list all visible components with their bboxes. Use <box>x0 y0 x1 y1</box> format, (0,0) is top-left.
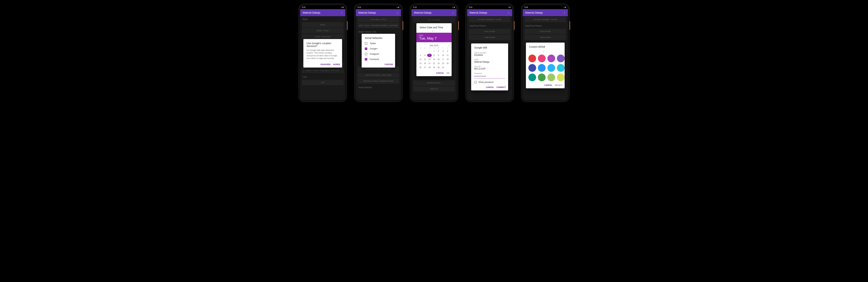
dow-label: T <box>436 47 441 49</box>
calendar-day[interactable]: 31 <box>441 66 445 69</box>
calendar-day[interactable]: 4 <box>445 49 450 53</box>
color-swatch[interactable] <box>547 74 555 81</box>
phone-frame-4: 6:33 ▾ ▮ Material Dialogs ⋮ FOLDER CHOOS… <box>465 3 514 102</box>
show-password-label: Show password <box>478 81 494 83</box>
checkbox-icon[interactable] <box>365 42 367 45</box>
color-swatch[interactable] <box>557 55 565 62</box>
calendar-day[interactable]: 15 <box>432 58 436 61</box>
dialog-title: Select Date and Time <box>416 23 452 30</box>
calendar-day[interactable]: 17 <box>441 58 445 61</box>
calendar-day[interactable]: 9 <box>436 54 441 57</box>
color-swatch[interactable] <box>528 55 536 62</box>
overflow-icon[interactable]: ⋮ <box>563 11 565 14</box>
phone-frame-3: 6:33 ▾ ▮ Material Dialogs ⋮ FILE CHOOSER… <box>410 3 458 102</box>
prev-month-icon[interactable]: ‹ <box>419 44 420 46</box>
ok-button[interactable]: OK <box>447 72 450 74</box>
list-item-label: Instagram <box>370 53 379 55</box>
calendar-day[interactable]: 6 <box>423 54 427 57</box>
calendar-day[interactable]: 27 <box>423 66 427 69</box>
color-swatch[interactable] <box>538 64 546 72</box>
calendar-day[interactable]: 23 <box>436 62 441 65</box>
calendar-day[interactable]: 21 <box>427 62 432 65</box>
calendar-day[interactable]: 3 <box>441 49 445 53</box>
list-item-label: Twitter <box>370 42 376 45</box>
calendar-day[interactable]: 30 <box>436 66 441 69</box>
connect-button[interactable]: CONNECT <box>496 86 506 88</box>
date-day-label[interactable]: Tue, May 7 <box>419 36 449 40</box>
choice-dialog: Social Networks TwitterGoogle+InstagramF… <box>362 34 395 68</box>
calendar-day[interactable]: 11 <box>445 54 450 57</box>
cancel-button[interactable]: CANCEL <box>436 72 444 74</box>
overflow-icon[interactable]: ⋮ <box>341 11 343 14</box>
calendar-day <box>445 66 450 69</box>
calendar-day[interactable]: 16 <box>436 58 441 61</box>
calendar-day[interactable]: 12 <box>418 58 423 61</box>
overflow-icon[interactable]: ⋮ <box>452 11 454 14</box>
select-button[interactable]: SELECT <box>555 84 562 86</box>
month-label: May 2019 <box>430 44 438 46</box>
show-password-checkbox[interactable] <box>474 81 477 83</box>
dialog-title: Use Google's Location Services? <box>303 39 342 49</box>
calendar-day[interactable]: 26 <box>418 66 423 69</box>
color-swatch[interactable] <box>557 64 565 72</box>
pager-dots: ● ○ <box>416 30 452 33</box>
app-title: Material Dialogs <box>414 11 432 14</box>
calendar-day[interactable]: 29 <box>432 66 436 69</box>
color-swatch[interactable] <box>557 74 565 81</box>
wifi-dialog: Google Wifi Signal strengthExcellentSSID… <box>471 43 508 91</box>
calendar-day[interactable]: 7 <box>427 54 432 57</box>
color-swatch[interactable] <box>547 64 555 72</box>
calendar-day[interactable]: 19 <box>418 62 423 65</box>
calendar-day[interactable]: 22 <box>432 62 436 65</box>
phone-frame-5: 6:34 ▾ ▮ Material Dialogs ⋮ FOLDER CHOOS… <box>521 3 569 102</box>
cancel-button[interactable]: CANCEL <box>545 84 553 86</box>
calendar-day[interactable]: 8 <box>432 54 436 57</box>
calendar-day[interactable]: 25 <box>445 62 450 65</box>
next-month-icon[interactable]: › <box>448 44 449 46</box>
calendar-day[interactable]: 1 <box>432 49 436 53</box>
alert-dialog: Use Google's Location Services? Let Goog… <box>303 39 342 68</box>
field-label: Security <box>471 64 508 68</box>
app-bar: Material Dialogs ⋮ <box>411 9 457 16</box>
date-year[interactable]: 2019 <box>419 34 449 36</box>
calendar-day[interactable]: 2 <box>436 49 441 53</box>
status-time: 6:33 <box>413 6 416 8</box>
list-item[interactable]: Instagram <box>362 51 395 57</box>
app-title: Material Dialogs <box>358 11 376 14</box>
list-item[interactable]: Google+ <box>362 46 395 51</box>
password-input[interactable] <box>474 74 505 78</box>
password-label: Password <box>471 71 508 74</box>
app-bar: Material Dialogs ⋮ <box>356 9 401 16</box>
choose-button[interactable]: CHOOSE <box>384 63 393 65</box>
overflow-icon[interactable]: ⋮ <box>396 11 398 14</box>
checkbox-icon[interactable] <box>365 58 367 61</box>
dialog-title: Custom ARGB <box>526 43 565 49</box>
calendar-day[interactable]: 10 <box>441 54 445 57</box>
dow-label: F <box>441 47 445 49</box>
disagree-button[interactable]: DISAGREE <box>320 63 331 65</box>
app-title: Material Dialogs <box>470 11 487 14</box>
agree-button[interactable]: AGREE <box>333 63 340 65</box>
calendar-day[interactable]: 28 <box>427 66 432 69</box>
calendar-day[interactable]: 18 <box>445 58 450 61</box>
status-time: 6:33 <box>358 6 361 8</box>
calendar-day <box>427 49 432 53</box>
calendar-day[interactable]: 20 <box>423 62 427 65</box>
color-swatch[interactable] <box>538 74 546 81</box>
color-swatch[interactable] <box>528 64 536 72</box>
list-item[interactable]: Twitter <box>362 41 395 46</box>
calendar-day[interactable]: 5 <box>418 54 423 57</box>
checkbox-icon[interactable] <box>365 53 367 55</box>
cancel-button[interactable]: CANCEL <box>486 86 494 88</box>
checkbox-icon[interactable] <box>365 47 367 50</box>
calendar-day[interactable]: 13 <box>423 58 427 61</box>
dow-label: W <box>432 47 436 49</box>
color-swatch[interactable] <box>528 74 536 81</box>
list-item[interactable]: Facebook <box>362 57 395 62</box>
overflow-icon[interactable]: ⋮ <box>507 11 510 14</box>
color-swatch[interactable] <box>538 55 546 62</box>
field-value: 802.1x EAP <box>471 68 508 71</box>
color-swatch[interactable] <box>547 55 555 62</box>
calendar-day[interactable]: 24 <box>441 62 445 65</box>
calendar-day[interactable]: 14 <box>427 58 432 61</box>
